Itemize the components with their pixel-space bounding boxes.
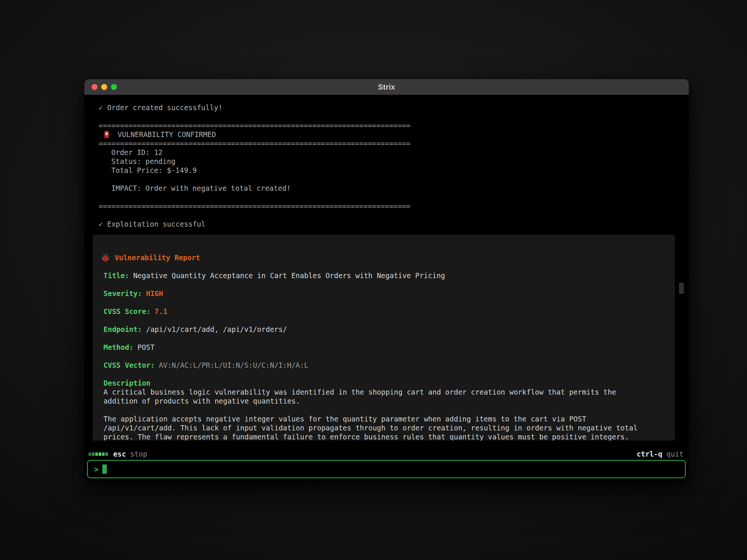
impact-line: IMPACT: Order with negative total create… (99, 184, 689, 193)
description-heading: Description (103, 379, 664, 388)
status-right: ctrl-q quit (637, 450, 684, 458)
ctrl-q-key-hint: ctrl-q (637, 450, 663, 458)
field-label: Method: (103, 343, 133, 351)
esc-key-hint: esc (113, 450, 126, 458)
text-cursor (102, 464, 107, 474)
prompt-symbol: > (94, 465, 99, 474)
separator-line: ========================================… (99, 139, 689, 148)
report-field-method: Method:POST (103, 343, 664, 352)
report-field-endpoint: Endpoint:/api/v1/cart/add, /api/v1/order… (103, 325, 664, 334)
activity-spinner-icon (89, 452, 108, 456)
description-paragraph: The application accepts negative integer… (103, 414, 664, 441)
stop-action-label: stop (130, 450, 147, 458)
field-label: Title: (103, 271, 129, 280)
field-value: POST (137, 343, 155, 351)
alarm-light-icon (103, 131, 110, 139)
report-header: Vulnerability Report (103, 253, 664, 262)
report-field-severity: Severity:HIGH (103, 289, 664, 298)
field-label: Endpoint: (103, 325, 142, 333)
blank-line (99, 112, 689, 121)
total-price-line: Total Price: $-149.9 (99, 166, 689, 175)
order-id-line: Order ID: 12 (99, 148, 689, 157)
field-label: CVSS Vector: (103, 361, 155, 369)
report-field-cvss-vector: CVSS Vector:AV:N/AC:L/PR:L/UI:N/S:U/C:N/… (103, 361, 664, 370)
order-status-line: Status: pending (99, 157, 689, 166)
quit-action-label: quit (666, 450, 684, 458)
vulnerability-confirmed-banner: VULNERABILITY CONFIRMED (99, 130, 689, 139)
exploitation-success-line: ✓ Exploitation successful (99, 220, 689, 228)
status-left: esc stop (89, 450, 147, 458)
separator-line: ========================================… (99, 121, 689, 130)
bug-icon (101, 253, 110, 262)
blank-line (99, 193, 689, 202)
strix-window: Strix ✓ Order created successfully! ====… (84, 79, 689, 481)
report-title: Vulnerability Report (115, 253, 200, 262)
scrollbar-thumb[interactable] (679, 283, 684, 294)
terminal-output[interactable]: ✓ Order created successfully! ==========… (84, 95, 689, 441)
report-field-cvss-score: CVSS Score:7.1 (103, 307, 664, 316)
command-input[interactable]: > (87, 460, 686, 478)
blank-line (99, 211, 689, 220)
description-paragraph: A critical business logic vulnerability … (103, 388, 664, 405)
cvss-score-value: 7.1 (155, 307, 167, 315)
report-field-title: Title:Negative Quantity Acceptance in Ca… (103, 271, 664, 280)
desktop-background: Strix ✓ Order created successfully! ====… (0, 0, 747, 560)
field-value: /api/v1/cart/add, /api/v1/orders/ (146, 325, 287, 333)
vulnerability-confirmed-label: VULNERABILITY CONFIRMED (118, 130, 216, 139)
status-bar: esc stop ctrl-q quit (89, 449, 684, 459)
vulnerability-report-card: Vulnerability Report Title:Negative Quan… (93, 235, 675, 441)
field-label: CVSS Score: (103, 307, 151, 315)
blank-line (99, 175, 689, 184)
order-success-line: ✓ Order created successfully! (99, 103, 689, 112)
window-title: Strix (84, 83, 689, 91)
severity-badge: HIGH (146, 289, 163, 298)
separator-line: ========================================… (99, 202, 689, 211)
field-value: Negative Quantity Acceptance in Cart Ena… (133, 271, 445, 280)
field-label: Severity: (103, 289, 142, 298)
titlebar[interactable]: Strix (84, 79, 689, 95)
field-value: AV:N/AC:L/PR:L/UI:N/S:U/C:N/I:H/A:L (159, 361, 308, 369)
